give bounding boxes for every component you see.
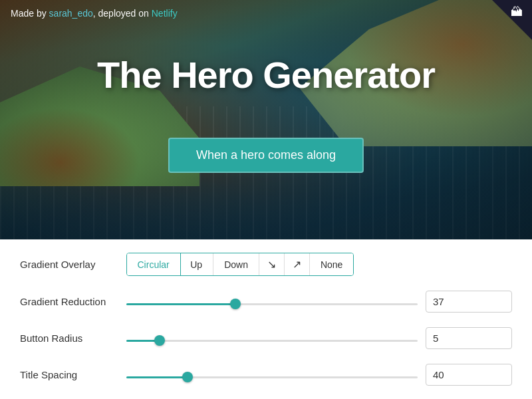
- gradient-overlay-label: Gradient Overlay: [20, 259, 126, 270]
- credit-text: Made by: [11, 8, 49, 19]
- credit-bar: Made by sarah_edo, deployed on Netlify: [11, 8, 178, 19]
- button-radius-slider-container: [126, 332, 418, 344]
- overlay-btn-diagonal-up[interactable]: ↗: [285, 253, 310, 275]
- title-spacing-row: Title Spacing 40: [20, 364, 512, 386]
- overlay-btn-up[interactable]: Up: [180, 253, 213, 275]
- title-spacing-slider-container: [126, 369, 418, 381]
- gradient-reduction-label: Gradient Reduction: [20, 296, 126, 307]
- title-spacing-value: 40: [426, 364, 512, 386]
- gradient-reduction-slider[interactable]: [126, 303, 418, 305]
- button-radius-value: 5: [426, 327, 512, 349]
- button-radius-label: Button Radius: [20, 332, 126, 344]
- netlify-icon: 🏔: [511, 5, 527, 21]
- hero-section: Made by sarah_edo, deployed on Netlify 🏔…: [0, 0, 532, 239]
- gradient-reduction-slider-container: [126, 296, 418, 308]
- overlay-btn-down[interactable]: Down: [213, 253, 259, 275]
- title-spacing-slider[interactable]: [126, 376, 418, 378]
- overlay-button-group: Circular Up Down ↘ ↗ None: [126, 253, 354, 276]
- controls-section: Gradient Overlay Circular Up Down ↘ ↗ No…: [0, 239, 532, 399]
- gradient-reduction-row: Gradient Reduction 37: [20, 291, 512, 313]
- overlay-btn-circular[interactable]: Circular: [126, 253, 181, 276]
- hero-gradient-overlay: [0, 0, 532, 239]
- overlay-btn-diagonal-down[interactable]: ↘: [259, 253, 285, 275]
- hero-button[interactable]: When a hero comes along: [168, 138, 364, 173]
- title-spacing-label: Title Spacing: [20, 369, 126, 380]
- button-radius-row: Button Radius 5: [20, 327, 512, 349]
- author-link[interactable]: sarah_edo: [49, 8, 93, 19]
- gradient-overlay-row: Gradient Overlay Circular Up Down ↘ ↗ No…: [20, 253, 512, 276]
- button-radius-slider[interactable]: [126, 340, 418, 342]
- overlay-btn-none[interactable]: None: [310, 253, 353, 275]
- separator-text: , deployed on: [93, 8, 152, 19]
- platform-link[interactable]: Netlify: [152, 8, 178, 19]
- hero-title: The Hero Generator: [97, 53, 435, 96]
- gradient-reduction-value: 37: [426, 291, 512, 313]
